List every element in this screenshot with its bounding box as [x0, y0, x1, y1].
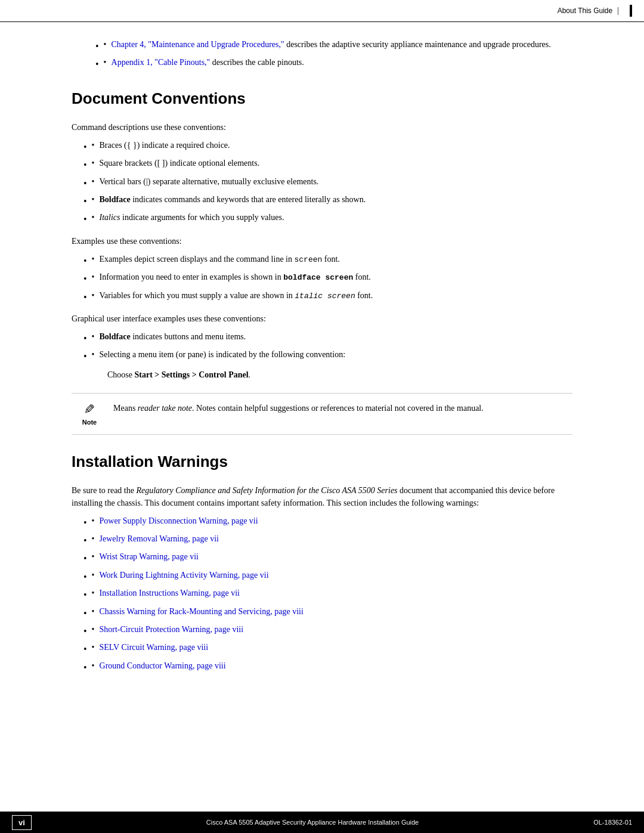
- cmd-bullet-5: • Italics indicate arguments for which y…: [72, 213, 572, 226]
- gui-intro: Graphical user interface examples uses t…: [72, 312, 572, 325]
- examples-intro: Examples use these conventions:: [72, 235, 572, 247]
- cmd-bullet-4: • Boldface indicates commands and keywor…: [72, 195, 572, 208]
- footer-page-number: vi: [12, 815, 32, 830]
- footer-right-text: OL-18362-01: [593, 819, 632, 826]
- note-icon-wrapper: ✎ Note: [72, 402, 107, 426]
- warning-5: • Installation Instructions Warning, pag…: [72, 589, 572, 602]
- intro-bullet-2: • Appendix 1, "Cable Pinouts," describes…: [83, 58, 572, 71]
- header-right-block: [630, 5, 632, 17]
- installation-warnings-heading: Installation Warnings: [72, 453, 572, 473]
- warning-link-9[interactable]: Ground Conductor Warning, page viii: [100, 661, 226, 670]
- warning-link-1[interactable]: Power Supply Disconnection Warning, page…: [100, 516, 258, 525]
- cmd-bullet-1: • Braces ({ }) indicate a required choic…: [72, 141, 572, 154]
- appendix1-link[interactable]: Appendix 1, "Cable Pinouts,": [112, 58, 210, 67]
- note-box: ✎ Note Means reader take note. Notes con…: [72, 393, 572, 435]
- warning-link-3[interactable]: Wrist Strap Warning, page vii: [100, 552, 199, 561]
- warning-link-4[interactable]: Work During Lightning Activity Warning, …: [100, 571, 269, 580]
- note-text: Means reader take note. Notes contain he…: [113, 402, 572, 414]
- ex-bullet-2: • Information you need to enter in examp…: [72, 272, 572, 286]
- warning-link-5[interactable]: Installation Instructions Warning, page …: [100, 589, 240, 597]
- warning-1: • Power Supply Disconnection Warning, pa…: [72, 516, 572, 529]
- warning-link-2[interactable]: Jewelry Removal Warning, page vii: [100, 534, 219, 543]
- ex-bullet-1: • Examples depict screen displays and th…: [72, 255, 572, 268]
- note-label: Note: [82, 419, 97, 426]
- intro-bullet-1-text: describes the adaptive security applianc…: [286, 40, 551, 49]
- examples-bullet-list: • Examples depict screen displays and th…: [72, 255, 572, 304]
- warning-link-7[interactable]: Short-Circuit Protection Warning, page v…: [100, 625, 244, 634]
- main-content: • Chapter 4, "Maintenance and Upgrade Pr…: [0, 22, 644, 715]
- warnings-list: • Power Supply Disconnection Warning, pa…: [72, 516, 572, 675]
- warning-8: • SELV Circuit Warning, page viii: [72, 643, 572, 656]
- page-container: About This Guide | • Chapter 4, "Mainten…: [0, 0, 644, 833]
- cmd-bullet-2: • Square brackets ([ ]) indicate optiona…: [72, 159, 572, 172]
- gui-bullet-1: • Boldface indicates buttons and menu it…: [72, 332, 572, 345]
- intro-bullet-1: • Chapter 4, "Maintenance and Upgrade Pr…: [83, 40, 572, 53]
- header-title: About This Guide: [558, 7, 613, 15]
- intro-bullet-list: • Chapter 4, "Maintenance and Upgrade Pr…: [72, 40, 572, 72]
- cmd-bullet-3: • Vertical bars (|) separate alternative…: [72, 177, 572, 190]
- header-divider: |: [617, 6, 619, 16]
- warning-link-6[interactable]: Chassis Warning for Rack-Mounting and Se…: [100, 607, 304, 616]
- footer-bar: vi Cisco ASA 5505 Adaptive Security Appl…: [0, 812, 644, 833]
- warning-6: • Chassis Warning for Rack-Mounting and …: [72, 607, 572, 620]
- warning-link-8[interactable]: SELV Circuit Warning, page viii: [100, 643, 209, 652]
- gui-bullet-2: • Selecting a menu item (or pane) is ind…: [72, 350, 572, 363]
- command-intro: Command descriptions use these conventio…: [72, 121, 572, 134]
- warning-4: • Work During Lightning Activity Warning…: [72, 571, 572, 584]
- footer-center-text: Cisco ASA 5505 Adaptive Security Applian…: [32, 819, 593, 826]
- warning-7: • Short-Circuit Protection Warning, page…: [72, 625, 572, 638]
- ex-bullet-3: • Variables for which you must supply a …: [72, 291, 572, 304]
- warning-2: • Jewelry Removal Warning, page vii: [72, 534, 572, 547]
- note-pencil-icon: ✎: [84, 402, 95, 417]
- header-bar: About This Guide |: [0, 0, 644, 22]
- chapter4-link[interactable]: Chapter 4, "Maintenance and Upgrade Proc…: [112, 40, 284, 49]
- installation-intro: Be sure to read the Regulatory Complianc…: [72, 484, 572, 509]
- warning-9: • Ground Conductor Warning, page viii: [72, 661, 572, 674]
- warning-3: • Wrist Strap Warning, page vii: [72, 552, 572, 565]
- choose-text: Choose Start > Settings > Control Panel.: [83, 368, 572, 381]
- command-bullet-list: • Braces ({ }) indicate a required choic…: [72, 141, 572, 227]
- doc-conventions-heading: Document Conventions: [72, 89, 572, 110]
- intro-bullet-2-text: describes the cable pinouts.: [212, 58, 304, 67]
- gui-bullet-list: • Boldface indicates buttons and menu it…: [72, 332, 572, 364]
